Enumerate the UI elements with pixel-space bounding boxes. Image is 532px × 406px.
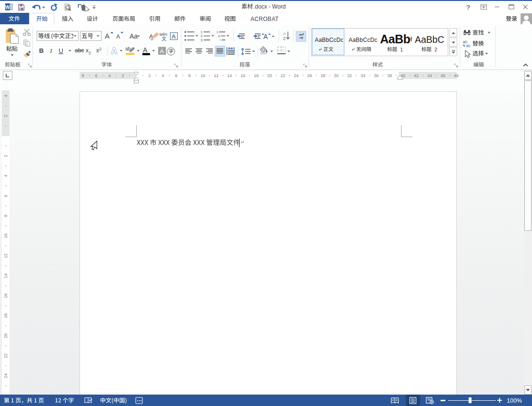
svg-text:8: 8	[188, 73, 191, 78]
svg-text:46: 46	[441, 73, 445, 78]
svg-text:32: 32	[347, 73, 352, 78]
svg-text:U: U	[59, 47, 63, 54]
svg-text:34: 34	[361, 73, 365, 78]
svg-text:48: 48	[454, 73, 459, 78]
svg-text:4: 4	[3, 175, 8, 177]
svg-text:abc: abc	[75, 47, 84, 54]
svg-text:2: 2	[3, 115, 8, 117]
svg-text:I: I	[50, 47, 53, 54]
svg-text:20: 20	[267, 73, 272, 78]
svg-text:16: 16	[3, 294, 8, 298]
svg-text:6: 6	[95, 73, 97, 78]
svg-text:18: 18	[254, 73, 259, 78]
svg-text:a: a	[218, 34, 220, 38]
svg-text:W: W	[5, 5, 10, 10]
svg-text:4: 4	[3, 95, 8, 97]
svg-text:12: 12	[3, 254, 8, 258]
svg-text:8: 8	[3, 215, 8, 217]
svg-text:4: 4	[161, 73, 164, 78]
svg-text:A: A	[263, 33, 268, 40]
svg-text:6: 6	[3, 195, 8, 197]
svg-text:i: i	[220, 38, 221, 41]
svg-text:20: 20	[3, 334, 8, 338]
svg-text:6: 6	[175, 73, 177, 78]
svg-text:Z: Z	[283, 36, 286, 41]
svg-text:?: ?	[466, 4, 470, 11]
svg-text:A: A	[105, 32, 110, 40]
svg-text:8: 8	[81, 73, 84, 78]
svg-text:36: 36	[374, 73, 379, 78]
svg-text:12: 12	[214, 73, 219, 78]
svg-text:A: A	[116, 33, 120, 40]
svg-text:3: 3	[201, 38, 202, 42]
svg-text:2: 2	[148, 73, 151, 78]
svg-text:22: 22	[281, 73, 285, 78]
svg-text:4: 4	[108, 73, 110, 78]
svg-text:30: 30	[334, 73, 339, 78]
svg-text:2: 2	[89, 50, 91, 55]
svg-text:Aa: Aa	[130, 32, 138, 40]
svg-text:ac: ac	[466, 43, 471, 48]
svg-text:A: A	[160, 48, 164, 55]
svg-text:24: 24	[294, 73, 299, 78]
svg-text:B: B	[39, 47, 44, 54]
svg-text:A: A	[143, 46, 148, 54]
svg-text:16: 16	[241, 73, 245, 78]
svg-text:38: 38	[387, 73, 392, 78]
svg-text:2: 2	[3, 155, 8, 157]
svg-text:18: 18	[3, 314, 8, 318]
svg-text:44: 44	[427, 73, 432, 78]
svg-text:28: 28	[321, 73, 325, 78]
svg-text:42: 42	[414, 73, 419, 78]
svg-text:14: 14	[3, 274, 8, 278]
svg-text:2: 2	[121, 73, 124, 78]
svg-text:10: 10	[201, 73, 205, 78]
svg-text:1: 1	[217, 30, 219, 34]
svg-text:10: 10	[3, 234, 8, 238]
svg-text:22: 22	[3, 354, 8, 358]
svg-text:14: 14	[227, 73, 232, 78]
svg-text:24: 24	[3, 374, 8, 378]
svg-text:A: A	[111, 46, 117, 56]
svg-text:26: 26	[307, 73, 312, 78]
svg-text:2: 2	[99, 47, 101, 51]
